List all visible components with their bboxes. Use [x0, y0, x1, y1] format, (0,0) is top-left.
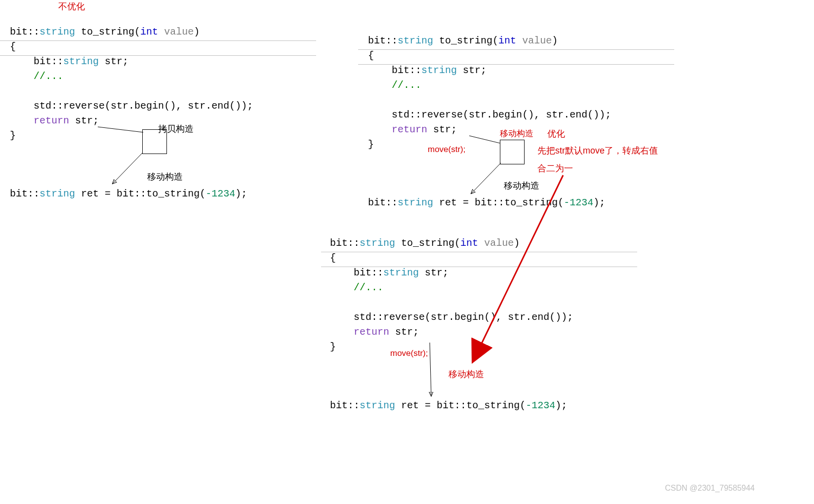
- svg-line-3: [471, 163, 501, 194]
- rtop-opt-line1: 先把str默认move了，转成右值: [537, 144, 658, 157]
- rtop-box: [500, 140, 525, 164]
- rtop-opt-title: 优化: [547, 127, 565, 141]
- left-arrow-label: 移动构造: [147, 170, 183, 184]
- watermark: CSDN @2301_79585944: [665, 482, 755, 494]
- rtop-call-line: bit::string ret = bit::to_string(-1234);: [368, 195, 605, 210]
- rbot-move-label: move(str);: [390, 347, 428, 360]
- rtop-box-label: 移动构造: [500, 127, 533, 140]
- rtop-move-label: move(str);: [428, 143, 466, 156]
- left-title-annot: 不优化: [58, 0, 85, 13]
- svg-line-1: [113, 153, 142, 184]
- left-box-label: 拷贝构造: [158, 122, 194, 136]
- rbot-arrow-label: 移动构造: [448, 368, 484, 381]
- rbot-call-line: bit::string ret = bit::to_string(-1234);: [330, 398, 567, 413]
- rtop-arrow-label: 移动构造: [504, 179, 539, 193]
- rbot-code-block: bit::string to_string(int value) { bit::…: [330, 236, 636, 354]
- rtop-opt-line2: 合二为一: [537, 162, 573, 175]
- left-call-line: bit::string ret = bit::to_string(-1234);: [10, 187, 247, 201]
